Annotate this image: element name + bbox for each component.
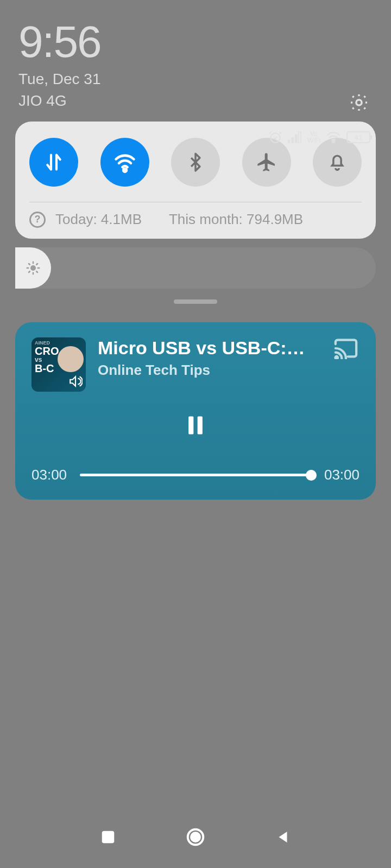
- pause-icon: [184, 412, 207, 438]
- media-title: Micro USB vs USB-C:…: [98, 337, 321, 359]
- svg-point-6: [332, 141, 335, 143]
- brightness-icon: [25, 260, 41, 276]
- progress-thumb[interactable]: [306, 470, 317, 481]
- battery-icon: 41: [346, 131, 373, 143]
- data-usage-row[interactable]: ? Today: 4.1MB This month: 794.9MB: [29, 211, 362, 228]
- wifi-toggle[interactable]: [100, 138, 149, 187]
- svg-rect-2: [288, 139, 290, 143]
- svg-point-0: [356, 100, 362, 105]
- svg-rect-4: [295, 135, 297, 143]
- recents-button[interactable]: [100, 829, 116, 847]
- settings-button[interactable]: [349, 92, 369, 115]
- wifi-status-icon: [326, 131, 341, 143]
- alarm-icon: [268, 130, 282, 144]
- brightness-knob[interactable]: [15, 247, 51, 289]
- total-time: 03:00: [324, 467, 360, 483]
- speaker-icon: [68, 374, 83, 388]
- bluetooth-icon: [185, 152, 206, 173]
- svg-point-11: [30, 265, 36, 271]
- circle-icon: [185, 827, 206, 847]
- mobile-data-toggle[interactable]: [29, 138, 78, 187]
- svg-rect-5: [299, 131, 301, 143]
- airplane-icon: [256, 151, 278, 173]
- media-thumbnail: AINED CRO vs B-C: [31, 337, 86, 392]
- svg-rect-3: [292, 137, 294, 143]
- bluetooth-toggle[interactable]: [171, 138, 220, 187]
- svg-point-17: [191, 833, 200, 841]
- status-icons: VoWiFi 41: [268, 130, 373, 144]
- dnd-toggle[interactable]: [313, 138, 362, 187]
- carrier-label: JIO 4G: [18, 92, 67, 110]
- home-button[interactable]: [185, 827, 206, 850]
- wifi-icon: [113, 150, 137, 174]
- gear-icon: [349, 92, 369, 113]
- bell-icon: [327, 152, 348, 173]
- svg-rect-13: [188, 417, 193, 435]
- back-button[interactable]: [275, 829, 291, 847]
- cast-button[interactable]: [333, 337, 360, 361]
- svg-point-10: [123, 169, 127, 172]
- svg-text:41: 41: [355, 133, 362, 142]
- vowifi-label: VoWiFi: [307, 131, 320, 144]
- help-icon: ?: [29, 212, 46, 228]
- signal-icon: [288, 131, 302, 143]
- media-source: Online Tech Tips: [98, 362, 321, 379]
- date-label: Tue, Dec 31: [18, 71, 373, 88]
- square-icon: [100, 829, 116, 845]
- usage-today: Today: 4.1MB: [55, 211, 142, 228]
- progress-bar[interactable]: [80, 474, 311, 476]
- cast-icon: [333, 337, 358, 359]
- navigation-bar: [0, 827, 391, 850]
- usage-month: This month: 794.9MB: [169, 211, 303, 228]
- svg-rect-14: [198, 417, 203, 435]
- media-notification[interactable]: AINED CRO vs B-C Micro USB vs USB-C:… On…: [15, 322, 376, 500]
- svg-rect-15: [102, 831, 114, 844]
- airplane-toggle[interactable]: [242, 138, 291, 187]
- panel-drag-handle[interactable]: [174, 299, 217, 304]
- data-arrows-icon: [43, 151, 65, 173]
- brightness-slider[interactable]: [15, 247, 376, 289]
- svg-rect-8: [370, 135, 372, 139]
- triangle-back-icon: [275, 829, 291, 845]
- svg-point-12: [335, 356, 338, 359]
- elapsed-time: 03:00: [31, 467, 67, 483]
- status-header: 9:56 Tue, Dec 31 JIO 4G: [0, 0, 391, 110]
- divider: [29, 202, 362, 202]
- clock: 9:56: [18, 16, 373, 67]
- pause-button[interactable]: [31, 412, 360, 441]
